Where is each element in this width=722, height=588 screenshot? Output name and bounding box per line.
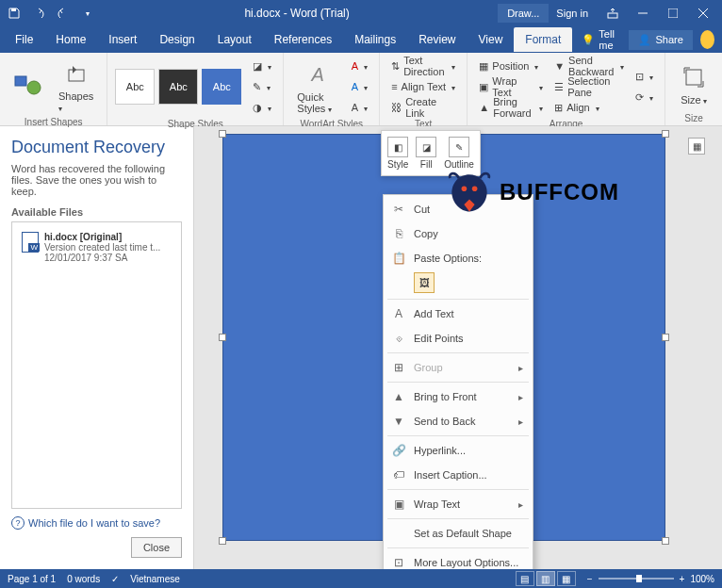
link-icon: ⛓ xyxy=(391,102,402,113)
text-outline-button[interactable]: A xyxy=(348,77,371,96)
position-icon: ▦ xyxy=(479,60,488,73)
redo-icon[interactable] xyxy=(55,5,72,22)
status-words[interactable]: 0 words xyxy=(67,574,100,584)
paste-icon: 📋 xyxy=(391,251,406,266)
align-icon: ⊞ xyxy=(554,102,563,114)
ribbon-options-icon[interactable] xyxy=(599,0,626,26)
menu-bring-to-front[interactable]: ▲Bring to Front xyxy=(384,384,533,409)
group-button[interactable]: ⊡ xyxy=(632,67,657,86)
recovery-file-item[interactable]: hi.docx [Original] Version created last … xyxy=(18,228,175,267)
wrap-text-icon: ▣ xyxy=(391,497,406,512)
zoom-in-button[interactable]: + xyxy=(680,574,685,584)
menu-insert-caption[interactable]: 🏷Insert Caption... xyxy=(384,463,533,487)
size-button[interactable]: Size xyxy=(673,60,714,107)
app-title: hi.docx - Word (Trial) xyxy=(96,7,498,20)
caption-icon: 🏷 xyxy=(391,467,406,482)
menu-wrap-text[interactable]: ▣Wrap Text xyxy=(384,492,533,516)
position-button[interactable]: ▦Position xyxy=(475,57,547,75)
status-page[interactable]: Page 1 of 1 xyxy=(8,574,56,584)
zoom-out-button[interactable]: − xyxy=(587,574,593,584)
recovery-help-link[interactable]: ? Which file do I want to save? xyxy=(11,516,182,530)
align-text-button[interactable]: ≡Align Text xyxy=(387,77,459,96)
menu-cut[interactable]: ✂Cut xyxy=(384,197,533,221)
shape-fill-button[interactable]: ◪ xyxy=(249,57,275,75)
resize-handle[interactable] xyxy=(662,130,669,138)
tell-me-input[interactable]: 💡Tell me xyxy=(572,28,629,51)
ruler-toggle-button[interactable]: ▦ xyxy=(688,138,705,155)
effects-icon: ◑ xyxy=(253,102,262,114)
menu-set-default-shape[interactable]: Set as Default Shape xyxy=(384,521,533,546)
shapes-button[interactable]: Shapes xyxy=(53,57,99,115)
status-proofing-icon[interactable]: ✓ xyxy=(111,574,119,584)
align-button[interactable]: ⊞Align xyxy=(550,98,628,117)
maximize-button[interactable] xyxy=(660,0,686,26)
menu-add-text[interactable]: AAdd Text xyxy=(384,302,533,326)
tab-view[interactable]: View xyxy=(468,27,515,52)
text-effects-button[interactable]: A xyxy=(348,98,371,117)
bring-forward-button[interactable]: ▲Bring Forward xyxy=(475,98,547,117)
mini-outline-button[interactable]: ✎Outline xyxy=(444,137,474,170)
share-button[interactable]: 👤Share xyxy=(629,30,692,50)
quick-styles-button[interactable]: A Quick Styles xyxy=(291,57,343,116)
close-button[interactable] xyxy=(690,0,716,26)
tab-format[interactable]: Format xyxy=(514,27,572,52)
menu-copy[interactable]: ⎘Copy xyxy=(384,221,533,246)
tab-insert[interactable]: Insert xyxy=(97,27,148,52)
menu-more-layout-options[interactable]: ⊡More Layout Options... xyxy=(384,550,533,569)
paint-bucket-icon: ◪ xyxy=(253,60,262,73)
tab-design[interactable]: Design xyxy=(148,27,205,52)
text-fill-button[interactable]: A xyxy=(348,57,371,75)
sign-in-link[interactable]: Sign in xyxy=(556,8,588,19)
create-link-button[interactable]: ⛓Create Link xyxy=(387,98,459,117)
shape-style-2[interactable]: Abc xyxy=(158,69,198,105)
resize-handle[interactable] xyxy=(662,334,669,341)
selection-pane-button[interactable]: ☰Selection Pane xyxy=(550,77,628,96)
resize-handle[interactable] xyxy=(219,334,226,341)
paste-option-picture[interactable]: 🖼 xyxy=(414,272,435,293)
tab-layout[interactable]: Layout xyxy=(206,27,263,52)
rotate-button[interactable]: ⟳ xyxy=(632,88,657,106)
mini-style-button[interactable]: ◧Style xyxy=(387,137,408,170)
qat-dropdown-icon[interactable]: ▾ xyxy=(79,5,96,22)
mini-toolbar: ◧Style ◪Fill ✎Outline xyxy=(381,130,481,176)
resize-handle[interactable] xyxy=(219,537,226,545)
send-backward-icon: ▼ xyxy=(554,60,565,72)
zoom-slider[interactable] xyxy=(599,578,674,580)
mini-fill-button[interactable]: ◪Fill xyxy=(416,137,436,170)
tab-review[interactable]: Review xyxy=(407,27,467,52)
zoom-level[interactable]: 100% xyxy=(690,574,714,584)
align-text-icon: ≡ xyxy=(391,81,397,92)
title-bar: ▾ hi.docx - Word (Trial) Draw... Sign in xyxy=(0,0,722,26)
undo-icon[interactable] xyxy=(30,5,47,22)
view-web-layout[interactable]: ▦ xyxy=(557,571,576,586)
menu-hyperlink[interactable]: 🔗Hyperlink... xyxy=(384,438,533,463)
shape-effects-button[interactable]: ◑ xyxy=(249,98,275,117)
user-avatar[interactable] xyxy=(700,30,714,49)
status-language[interactable]: Vietnamese xyxy=(130,574,180,584)
wrap-text-button[interactable]: ▣Wrap Text xyxy=(475,77,547,96)
text-direction-icon: ⇅ xyxy=(391,60,400,73)
document-canvas[interactable]: ▦ ◧Style ◪Fill ✎Outline BUFFCOM xyxy=(194,126,722,569)
resize-handle[interactable] xyxy=(219,130,226,138)
menu-edit-points[interactable]: ⟐Edit Points xyxy=(384,326,533,351)
text-direction-button[interactable]: ⇅Text Direction xyxy=(387,57,459,75)
save-icon[interactable] xyxy=(6,5,23,22)
recovery-close-button[interactable]: Close xyxy=(131,537,182,558)
tab-mailings[interactable]: Mailings xyxy=(343,27,407,52)
resize-handle[interactable] xyxy=(662,537,669,545)
selection-pane-icon: ☰ xyxy=(554,81,564,93)
tab-references[interactable]: References xyxy=(263,27,343,52)
tab-home[interactable]: Home xyxy=(44,27,97,52)
tab-file[interactable]: File xyxy=(4,27,44,52)
contextual-tools-label[interactable]: Draw... xyxy=(498,4,549,23)
shape-style-1[interactable]: Abc xyxy=(115,69,155,105)
shape-outline-button[interactable]: ✎ xyxy=(249,77,275,96)
shape-style-3[interactable]: Abc xyxy=(202,69,241,105)
view-print-layout[interactable]: ▥ xyxy=(536,571,555,586)
hyperlink-icon: 🔗 xyxy=(391,443,406,458)
menu-send-to-back[interactable]: ▼Send to Back xyxy=(384,409,533,433)
view-read-mode[interactable]: ▤ xyxy=(516,571,534,586)
minimize-button[interactable] xyxy=(630,0,656,26)
shapes-gallery[interactable] xyxy=(8,69,49,103)
send-backward-button[interactable]: ▼Send Backward xyxy=(550,57,628,75)
